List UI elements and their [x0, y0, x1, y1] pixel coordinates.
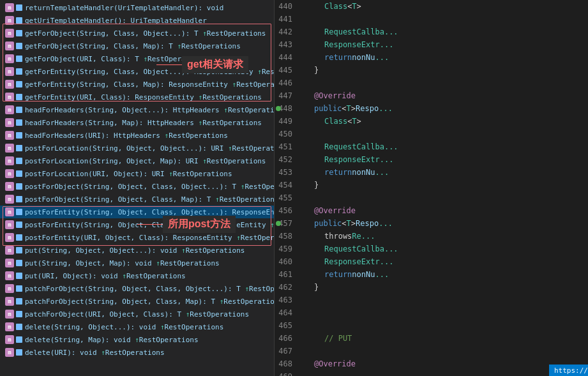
method-icon-21: m — [5, 271, 14, 280]
method-text-19: put(String, Object, Object...): void ↑Re… — [25, 246, 245, 255]
method-icon-12: m — [5, 156, 14, 165]
method-item-7[interactable]: mgetForEntity(URI, Class): ResponseEntit… — [0, 91, 274, 103]
line-num-468: 468 — [275, 357, 296, 370]
line-number-text-451: 451 — [278, 140, 292, 153]
method-icon-5: m — [5, 67, 14, 76]
line-num-463: 463 — [275, 294, 296, 306]
method-icon-6: m — [5, 80, 14, 89]
method-item-19[interactable]: mput(String, Object, Object...): void ↑R… — [0, 244, 274, 257]
method-item-20[interactable]: mput(String, Object, Map): void ↑RestOpe… — [0, 257, 274, 269]
line-num-455: 455 — [275, 192, 296, 204]
method-item-22[interactable]: mpatchForObject(String, Object, Class, O… — [0, 282, 274, 295]
line-num-451: 451 — [275, 140, 296, 153]
method-small-icon-0 — [16, 4, 22, 11]
code-line-446 — [301, 77, 588, 89]
line-number-text-450: 450 — [278, 128, 292, 140]
method-icon-13: m — [5, 169, 14, 178]
method-small-icon-2 — [16, 30, 22, 36]
method-item-10[interactable]: mheadForHeaders(URI): HttpHeaders ↑RestO… — [0, 129, 274, 142]
line-number-text-446: 446 — [278, 77, 292, 89]
method-text-8: headForHeaders(String, Object...): HttpH… — [25, 106, 274, 114]
line-number-text-449: 449 — [278, 115, 292, 128]
method-item-21[interactable]: mput(URI, Object): void ↑RestOperations — [0, 269, 274, 282]
method-small-icon-17 — [16, 222, 22, 228]
method-small-icon-21 — [16, 273, 22, 279]
method-text-2: getForObject(String, Class, Object...): … — [25, 29, 266, 38]
method-icon-1: m — [5, 16, 14, 25]
line-number-text-469: 469 — [278, 370, 292, 376]
method-item-9[interactable]: mheadForHeaders(String, Map): HttpHeader… — [0, 116, 274, 129]
line-number-text-466: 466 — [278, 332, 292, 345]
method-item-4[interactable]: mgetForObject(URI, Class): T ↑RestOperat… — [0, 52, 274, 65]
method-icon-22: m — [5, 284, 14, 293]
line-num-444: 444 — [275, 51, 296, 64]
line-num-450: 450 — [275, 128, 296, 140]
line-num-464: 464 — [275, 306, 296, 319]
line-number-text-441: 441 — [278, 13, 292, 26]
code-line-457: public <T> Respo... — [301, 217, 588, 230]
line-num-452: 452 — [275, 153, 296, 166]
code-line-455 — [301, 192, 588, 204]
method-item-0[interactable]: mreturnTemplateHandler(UriTemplateHandle… — [0, 1, 274, 14]
method-icon-15: m — [5, 195, 14, 204]
method-item-8[interactable]: mheadForHeaders(String, Object...): Http… — [0, 103, 274, 116]
method-text-15: postForObject(String, Object, Class, Map… — [25, 195, 274, 204]
method-item-25[interactable]: mdelete(String, Object...): void ↑RestOp… — [0, 320, 274, 333]
method-item-24[interactable]: mpatchForObject(URI, Object, Class): T ↑… — [0, 308, 274, 320]
method-item-2[interactable]: mgetForObject(String, Class, Object...):… — [0, 27, 274, 40]
method-small-icon-23 — [16, 298, 22, 305]
method-small-icon-20 — [16, 260, 22, 266]
method-text-24: patchForObject(URI, Object, Class): T ↑R… — [25, 310, 249, 319]
code-line-451: RequestCallba... — [301, 140, 588, 153]
line-number-text-460: 460 — [278, 255, 292, 268]
method-text-13: postForLocation(URI, Object): URI ↑RestO… — [25, 170, 232, 178]
breakpoint-dot-448 — [276, 106, 281, 111]
method-text-10: headForHeaders(URI): HttpHeaders ↑RestOp… — [25, 132, 228, 140]
method-item-12[interactable]: mpostForLocation(String, Object, Map): U… — [0, 154, 274, 167]
method-icon-7: m — [5, 93, 14, 102]
line-num-465: 465 — [275, 319, 296, 332]
line-number-text-455: 455 — [278, 192, 292, 204]
code-line-468: @Override — [301, 357, 588, 370]
method-text-26: delete(String, Map): void ↑RestOperation… — [25, 336, 199, 344]
method-icon-18: m — [5, 233, 14, 242]
line-num-454: 454 — [275, 179, 296, 192]
method-text-14: postForObject(String, Object, Class, Obj… — [25, 183, 274, 191]
method-text-22: patchForObject(String, Object, Class, Ob… — [25, 285, 274, 293]
code-line-464 — [301, 306, 588, 319]
method-text-27: delete(URI): void ↑RestOperations — [25, 349, 165, 357]
method-item-17[interactable]: mpostForEntity(String, Object, Class, Ma… — [0, 218, 274, 231]
method-text-1: getUriTemplateHandler(): UriTemplateHand… — [25, 17, 207, 25]
line-number-text-462: 462 — [278, 281, 292, 294]
method-text-17: postForEntity(String, Object, Class, Map… — [25, 221, 274, 229]
method-item-15[interactable]: mpostForObject(String, Object, Class, Ma… — [0, 193, 274, 206]
method-icon-23: m — [5, 297, 14, 306]
method-small-icon-9 — [16, 119, 22, 126]
method-item-16[interactable]: mpostForEntity(String, Object, Class, Ob… — [0, 206, 274, 218]
method-item-6[interactable]: mgetForEntity(String, Class, Map): Respo… — [0, 78, 274, 91]
method-item-3[interactable]: mgetForObject(String, Class, Map): T ↑Re… — [0, 40, 274, 52]
line-number-text-458: 458 — [278, 230, 292, 243]
line-number-text-443: 443 — [278, 38, 292, 51]
method-item-26[interactable]: mdelete(String, Map): void ↑RestOperatio… — [0, 333, 274, 346]
method-item-23[interactable]: mpatchForObject(String, Object, Class, M… — [0, 295, 274, 308]
method-item-5[interactable]: mgetForEntity(String, Class, Object...):… — [0, 65, 274, 78]
method-small-icon-6 — [16, 81, 22, 87]
method-item-18[interactable]: mpostForEntity(URI, Object, Class): Resp… — [0, 231, 274, 244]
method-icon-16: m — [5, 207, 14, 216]
method-icon-25: m — [5, 322, 14, 331]
line-number-text-456: 456 — [278, 204, 292, 217]
line-num-462: 462 — [275, 281, 296, 294]
method-item-14[interactable]: mpostForObject(String, Object, Class, Ob… — [0, 180, 274, 193]
line-number-text-442: 442 — [278, 26, 292, 38]
method-item-1[interactable]: mgetUriTemplateHandler(): UriTemplateHan… — [0, 14, 274, 27]
line-num-461: 461 — [275, 268, 296, 281]
method-item-11[interactable]: mpostForLocation(String, Object, Object.… — [0, 142, 274, 154]
code-line-463 — [301, 294, 588, 306]
method-text-9: headForHeaders(String, Map): HttpHeaders… — [25, 119, 262, 127]
line-num-459: 459 — [275, 243, 296, 255]
method-item-27[interactable]: mdelete(URI): void ↑RestOperations — [0, 346, 274, 359]
method-small-icon-8 — [16, 107, 22, 113]
line-num-440: 440 — [275, 0, 296, 13]
method-item-13[interactable]: mpostForLocation(URI, Object): URI ↑Rest… — [0, 167, 274, 180]
